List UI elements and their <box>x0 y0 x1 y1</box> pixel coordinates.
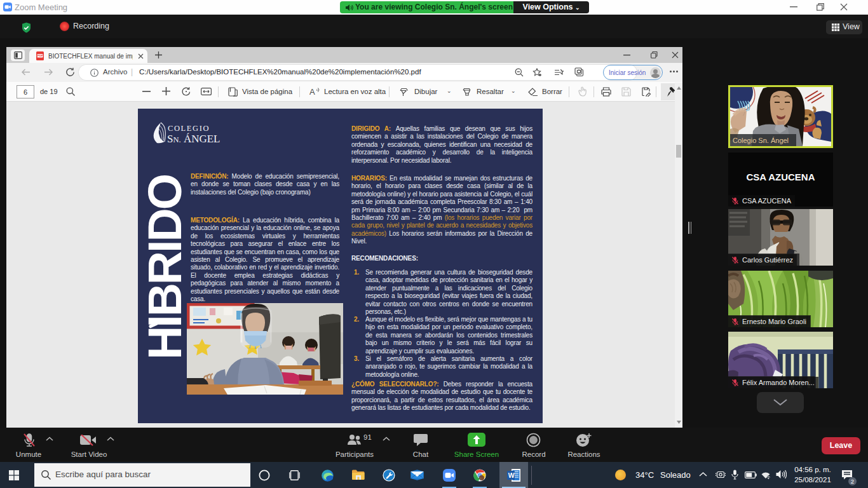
svg-text:PDF: PDF <box>37 54 43 57</box>
svg-text:Colegio Sn. Ángel: Colegio Sn. Ángel <box>733 137 789 144</box>
svg-text:A: A <box>309 87 315 97</box>
svg-text:W: W <box>508 471 515 479</box>
